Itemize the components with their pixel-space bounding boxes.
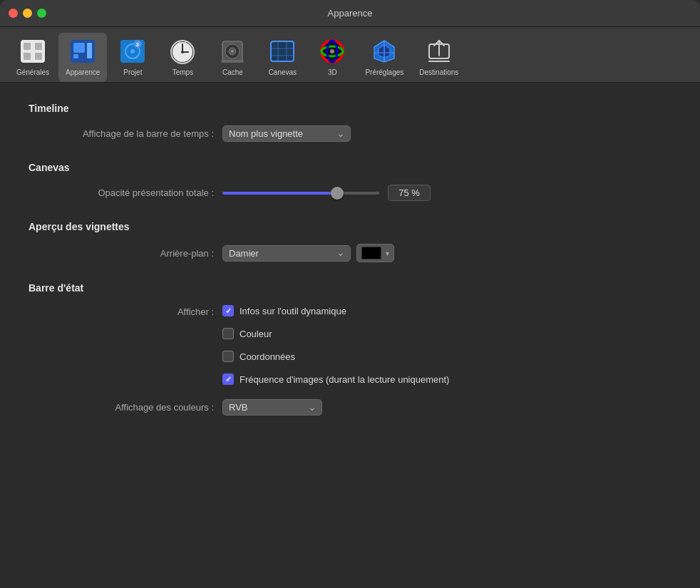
afficher-row: Afficher : Infos sur l'outil dynamique C…	[29, 305, 671, 391]
affichage-dropdown-wrapper: Nom plus vignette Nom seulement Vignette…	[222, 125, 351, 142]
toolbar-item-projet[interactable]: 3 3 Projet	[108, 33, 157, 82]
checkbox-group: Infos sur l'outil dynamique Couleur Coor…	[222, 305, 449, 391]
3d-icon	[318, 37, 346, 66]
apparence-icon	[68, 37, 97, 66]
3d-label: 3D	[328, 68, 337, 76]
projet-icon: 3 3	[118, 37, 147, 66]
affichage-label: Affichage de la barre de temps :	[43, 128, 214, 139]
svg-point-19	[181, 51, 184, 53]
arriere-plan-row: Arrière-plan : Damier Blanc Noir Gris ▾	[29, 244, 671, 262]
affichage-couleurs-label: Affichage des couleurs :	[43, 402, 214, 413]
affichage-couleurs-dropdown-wrapper: RVB CMJN HSL	[222, 399, 322, 416]
destinations-icon	[425, 37, 453, 66]
toolbar-item-generales[interactable]: Générales	[9, 33, 57, 82]
toolbar-item-cache[interactable]: Cache	[208, 33, 257, 82]
opacite-slider-container: 75 %	[222, 185, 431, 201]
color-swatch-button[interactable]: ▾	[356, 244, 394, 262]
prereglages-label: Préréglages	[365, 68, 403, 76]
svg-point-11	[130, 49, 135, 53]
svg-rect-6	[73, 43, 85, 53]
barre-etat-title: Barre d'état	[29, 282, 671, 294]
svg-rect-1	[24, 43, 31, 50]
affichage-couleurs-row: Affichage des couleurs : RVB CMJN HSL	[29, 399, 671, 416]
svg-rect-4	[35, 53, 42, 60]
svg-point-36	[330, 49, 334, 53]
generales-icon	[19, 37, 47, 66]
checkbox-frequence[interactable]	[222, 373, 234, 385]
app-window: Apparence Générales	[0, 0, 700, 588]
traffic-lights	[9, 9, 46, 18]
affichage-row: Affichage de la barre de temps : Nom plu…	[29, 125, 671, 142]
checkbox-coordonnees[interactable]	[222, 351, 234, 362]
svg-point-25	[231, 50, 234, 53]
checkbox-couleur-label: Couleur	[240, 329, 272, 339]
checkbox-row-frequence: Fréquence d'images (durant la lecture un…	[222, 373, 449, 385]
temps-label: Temps	[173, 68, 193, 76]
checkbox-frequence-label: Fréquence d'images (durant la lecture un…	[240, 374, 449, 385]
canevas-label: Canevas	[269, 68, 297, 76]
toolbar: Générales Apparence 3	[0, 27, 700, 83]
toolbar-item-destinations[interactable]: Destinations	[412, 33, 465, 82]
checkbox-coordonnees-label: Coordonnées	[240, 351, 295, 362]
timeline-section: Timeline Affichage de la barre de temps …	[29, 103, 671, 142]
opacite-value: 75 %	[388, 185, 431, 201]
main-content: Timeline Affichage de la barre de temps …	[0, 83, 700, 588]
minimize-button[interactable]	[23, 9, 32, 18]
window-title: Apparence	[328, 8, 373, 19]
svg-rect-7	[73, 54, 78, 58]
arriere-plan-select[interactable]: Damier Blanc Noir Gris	[222, 245, 351, 262]
toolbar-item-3d[interactable]: 3D	[308, 33, 356, 82]
title-bar: Apparence	[0, 0, 700, 27]
apercu-title: Aperçu des vignettes	[29, 221, 671, 232]
swatch-chevron-icon: ▾	[386, 249, 389, 257]
destinations-label: Destinations	[419, 68, 458, 76]
prereglages-icon	[370, 37, 398, 66]
svg-rect-8	[87, 43, 92, 58]
opacite-row: Opacité présentation totale : 75 %	[29, 185, 671, 201]
affichage-couleurs-select[interactable]: RVB CMJN HSL	[222, 399, 322, 416]
apercu-section: Aperçu des vignettes Arrière-plan : Dami…	[29, 221, 671, 262]
canevas-title: Canevas	[29, 162, 671, 173]
checkbox-row-infos: Infos sur l'outil dynamique	[222, 305, 449, 316]
generales-label: Générales	[16, 68, 49, 76]
canevas-section: Canevas Opacité présentation totale : 75…	[29, 162, 671, 201]
cache-icon	[218, 37, 247, 66]
barre-etat-section: Barre d'état Afficher : Infos sur l'outi…	[29, 282, 671, 416]
toolbar-item-prereglages[interactable]: Préréglages	[358, 33, 411, 82]
timeline-title: Timeline	[29, 103, 671, 114]
cache-label: Cache	[222, 68, 243, 76]
svg-rect-2	[35, 43, 42, 50]
checkbox-row-couleur: Couleur	[222, 328, 449, 339]
toolbar-item-temps[interactable]: Temps	[158, 33, 207, 82]
checkbox-infos-label: Infos sur l'outil dynamique	[240, 306, 346, 316]
affichage-select[interactable]: Nom plus vignette Nom seulement Vignette…	[222, 125, 351, 142]
color-swatch	[361, 247, 381, 259]
toolbar-item-canevas[interactable]: Canevas	[258, 33, 307, 82]
checkbox-row-coordonnees: Coordonnées	[222, 351, 449, 362]
opacite-label: Opacité présentation totale :	[43, 187, 214, 198]
afficher-label: Afficher :	[43, 305, 214, 317]
svg-rect-3	[24, 53, 31, 60]
canevas-icon	[268, 37, 297, 66]
close-button[interactable]	[9, 9, 18, 18]
maximize-button[interactable]	[37, 9, 46, 18]
opacite-slider[interactable]	[222, 192, 379, 195]
toolbar-item-apparence[interactable]: Apparence	[58, 33, 107, 82]
projet-label: Projet	[123, 68, 142, 76]
arriere-plan-label: Arrière-plan :	[43, 248, 214, 259]
svg-rect-26	[221, 60, 244, 63]
checkbox-infos[interactable]	[222, 305, 234, 316]
svg-text:3: 3	[136, 41, 140, 48]
temps-icon	[168, 37, 197, 66]
arriere-plan-dropdown-wrapper: Damier Blanc Noir Gris	[222, 245, 351, 262]
checkbox-couleur[interactable]	[222, 328, 234, 339]
apparence-label: Apparence	[66, 68, 100, 76]
svg-rect-27	[271, 41, 294, 61]
